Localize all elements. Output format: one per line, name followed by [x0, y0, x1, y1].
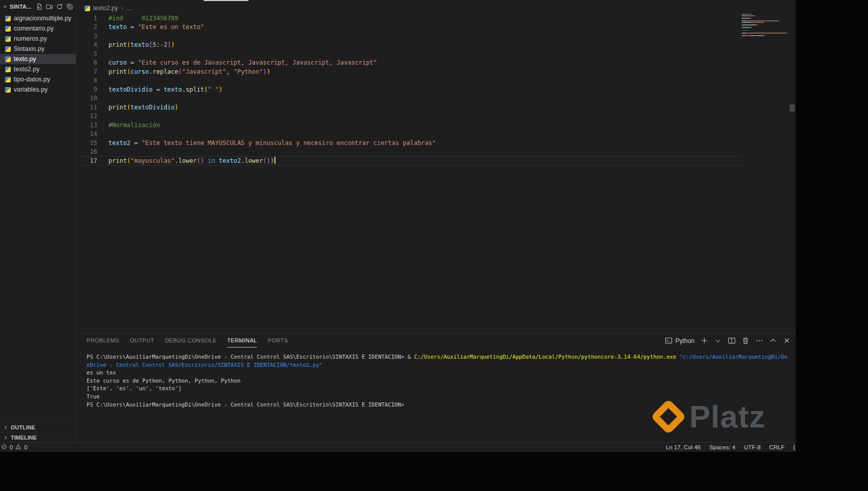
terminal-line-1: PS C:\Users\AuxiliarMarquetingDi\OneDriv…	[87, 354, 792, 362]
more-actions-icon[interactable]	[755, 337, 763, 345]
terminal-icon	[665, 337, 673, 345]
code-text: #ind 0123456789	[108, 15, 178, 22]
terminal-dropdown-icon[interactable]	[714, 337, 722, 345]
line-number: 12	[77, 112, 97, 120]
file-item-texto.py[interactable]: texto.py	[0, 54, 76, 64]
file-item-variables.py[interactable]: variables.py	[0, 84, 76, 95]
line-number: 6	[77, 59, 97, 66]
file-item-texto2.py[interactable]: texto2.py	[0, 64, 76, 74]
code-line-11[interactable]: 11print(textoDividio)	[77, 103, 742, 112]
panel-tab-terminal[interactable]: TERMINAL	[227, 334, 257, 348]
terminal-line-5: ['Este', 'es', 'un', 'texto']	[87, 385, 792, 393]
new-folder-icon[interactable]	[45, 3, 53, 11]
chevron-right-icon	[2, 434, 9, 441]
file-item-aignacionmultiple.py[interactable]: aignacionmultiple.py	[0, 13, 76, 23]
split-terminal-icon[interactable]	[727, 337, 736, 345]
panel-tab-output[interactable]: OUTPUT	[130, 334, 154, 348]
code-text: print(textoDividio)	[108, 104, 178, 111]
python-icon	[85, 6, 90, 11]
breadcrumb-symbol[interactable]: ...	[126, 5, 131, 12]
minimap[interactable]	[742, 14, 789, 36]
shell-selector[interactable]: Python	[665, 337, 694, 345]
line-number: 3	[77, 33, 97, 40]
python-icon	[5, 87, 11, 93]
code-line-15[interactable]: 15texto2 = "Este texto tiene MAYUSCULAS …	[77, 138, 742, 148]
close-panel-icon[interactable]	[782, 337, 791, 345]
file-item-numeros.py[interactable]: numeros.py	[0, 34, 76, 44]
status-eol[interactable]: CRLF	[769, 444, 785, 450]
chevron-down-icon	[2, 3, 9, 10]
code-line-9[interactable]: 9textoDividio = texto.split(" ")	[77, 85, 742, 94]
code-lines: 1#ind 01234567892texto = "Este es un tex…	[77, 14, 742, 165]
python-icon	[5, 36, 11, 42]
status-indentation[interactable]: Spaces: 4	[709, 444, 735, 450]
python-icon	[5, 67, 11, 72]
code-editor[interactable]: 1#ind 01234567892texto = "Este es un tex…	[77, 14, 796, 333]
code-text: texto2 = "Este texto tiene MAYUSCULAS y …	[108, 139, 436, 147]
chevron-right-icon: ›	[121, 5, 123, 12]
python-icon	[5, 46, 11, 52]
outline-section-header[interactable]: OUTLINE	[0, 422, 76, 432]
line-number: 14	[77, 130, 97, 137]
overview-ruler-marker	[790, 104, 795, 111]
error-icon	[1, 444, 7, 451]
status-encoding[interactable]: UTF-8	[744, 444, 761, 450]
editor-region: texto2.py › ... 1#ind 01234567892texto =…	[77, 0, 796, 442]
python-icon	[5, 56, 11, 62]
explorer-sidebar: SINTA... aignacionmultiple.py	[0, 0, 76, 442]
code-line-12[interactable]: 12	[77, 112, 742, 121]
code-line-13[interactable]: 13#Normalización	[77, 121, 742, 130]
code-line-7[interactable]: 7print(curso.replace("Javascript", "Pyth…	[77, 67, 742, 76]
line-number: 5	[77, 50, 97, 57]
status-right: Ln 17, Col 46Spaces: 4UTF-8CRLF{ }	[666, 444, 796, 450]
terminal-line-4: Este curso es de Python, Python, Python,…	[87, 378, 792, 386]
tab-strip[interactable]	[77, 0, 796, 3]
platzi-watermark: Platz	[656, 401, 766, 432]
file-label: tipo-datos.py	[14, 76, 50, 83]
editor-scrollbar[interactable]	[789, 14, 796, 333]
explorer-section-header[interactable]: SINTA...	[0, 0, 76, 13]
status-cursor-position[interactable]: Ln 17, Col 46	[666, 444, 701, 450]
breadcrumb-file[interactable]: texto2.py	[93, 5, 118, 12]
code-line-4[interactable]: 4print(texto[5:-2])	[77, 41, 742, 50]
code-line-1[interactable]: 1#ind 0123456789	[77, 14, 742, 23]
panel-tab-problems[interactable]: PROBLEMS	[87, 334, 119, 348]
maximize-panel-icon[interactable]	[769, 337, 777, 345]
panel-tab-ports[interactable]: PORTS	[268, 334, 288, 348]
warning-icon	[15, 444, 21, 451]
breadcrumb[interactable]: texto2.py › ...	[77, 3, 796, 14]
code-line-17[interactable]: 17print("mayusculas".lower() in texto2.l…	[77, 156, 742, 165]
code-line-3[interactable]: 3	[77, 32, 742, 41]
line-number: 15	[77, 139, 97, 147]
file-label: texto2.py	[14, 66, 40, 73]
sidebar-bottom-sections: OUTLINE TIMELINE	[0, 422, 76, 442]
explorer-folder-title: SINTA...	[10, 4, 32, 10]
code-line-5[interactable]: 5	[77, 49, 742, 59]
status-language-mode[interactable]: { }	[793, 444, 796, 450]
file-label: variables.py	[14, 86, 48, 93]
code-line-2[interactable]: 2texto = "Este es un texto"	[77, 23, 742, 32]
problems-indicator[interactable]: 0 0	[1, 444, 27, 451]
code-line-10[interactable]: 10	[77, 94, 742, 103]
minimap-content	[742, 14, 789, 36]
collapse-folders-icon[interactable]	[66, 3, 74, 11]
kill-terminal-icon[interactable]	[741, 337, 749, 345]
panel-actions: Python	[665, 337, 791, 345]
new-terminal-icon[interactable]	[700, 337, 708, 345]
file-label: texto.py	[14, 55, 36, 63]
refresh-explorer-icon[interactable]	[55, 3, 64, 11]
code-text: curso = "Este curso es de Javascript, Ja…	[108, 59, 377, 66]
terminal-line-6: True	[87, 393, 792, 401]
panel-tabs: PROBLEMSOUTPUTDEBUG CONSOLETERMINALPORTS	[87, 334, 288, 348]
file-item-comentario.py[interactable]: comentario.py	[0, 23, 76, 34]
code-line-6[interactable]: 6curso = "Este curso es de Javascript, J…	[77, 59, 742, 68]
code-line-14[interactable]: 14	[77, 130, 742, 139]
file-item-Sintaxis.py[interactable]: Sintaxis.py	[0, 44, 76, 54]
code-line-16[interactable]: 16	[77, 148, 742, 157]
panel-tab-debug-console[interactable]: DEBUG CONSOLE	[165, 334, 216, 348]
code-line-8[interactable]: 8	[77, 76, 742, 85]
new-file-icon[interactable]	[35, 3, 43, 11]
line-number: 13	[77, 122, 97, 129]
file-item-tipo-datos.py[interactable]: tipo-datos.py	[0, 74, 76, 84]
timeline-section-header[interactable]: TIMELINE	[0, 432, 76, 442]
